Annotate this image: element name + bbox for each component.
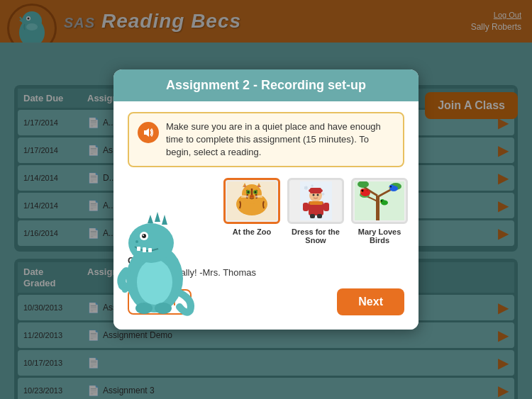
svg-point-19 [122, 287, 128, 293]
svg-rect-13 [143, 247, 146, 252]
reading-item-zoo[interactable]: At the Zoo [223, 178, 280, 245]
notice-box: Make sure you are in a quiet place and h… [128, 112, 404, 168]
svg-point-9 [142, 234, 146, 238]
reading-label-zoo: At the Zoo [233, 227, 271, 236]
svg-point-29 [250, 195, 254, 198]
svg-point-68 [380, 199, 384, 203]
svg-point-69 [381, 201, 382, 202]
svg-point-20 [135, 303, 153, 314]
svg-point-65 [390, 186, 392, 188]
notice-text: Make sure you are in a quiet place and h… [166, 120, 394, 159]
next-button[interactable]: Next [337, 288, 404, 315]
svg-text:❄: ❄ [304, 185, 309, 191]
svg-rect-51 [310, 214, 315, 218]
svg-text:❄: ❄ [311, 184, 314, 188]
dino-character [112, 193, 204, 321]
svg-rect-12 [137, 247, 140, 251]
modal-title: Assignment 2 - Recording set-up [166, 78, 366, 92]
svg-marker-16 [155, 212, 160, 222]
svg-rect-50 [323, 203, 329, 211]
reading-item-birds[interactable]: Mary Loves Birds [351, 178, 408, 245]
svg-point-64 [389, 185, 394, 190]
svg-rect-49 [303, 203, 309, 211]
svg-rect-45 [310, 188, 321, 193]
svg-marker-17 [162, 215, 167, 225]
birds-thumbnail-svg [355, 181, 404, 220]
modal-overlay: Assignment 2 - Recording set-up Make sur… [0, 0, 532, 399]
reading-thumbnail-birds[interactable] [351, 178, 408, 224]
reading-label-birds: Mary Loves Birds [351, 227, 408, 245]
svg-rect-52 [317, 214, 322, 218]
svg-point-26 [248, 191, 250, 193]
reading-thumbnail-zoo[interactable] [223, 178, 280, 224]
svg-point-28 [255, 191, 257, 193]
svg-rect-46 [309, 201, 323, 205]
modal-header: Assignment 2 - Recording set-up [113, 69, 419, 101]
speaker-icon [138, 122, 159, 143]
svg-rect-14 [148, 248, 152, 252]
svg-point-7 [128, 223, 174, 263]
readings-area: At the Zoo ❄ ❄ ❄ [223, 178, 408, 245]
svg-point-10 [143, 235, 144, 236]
snow-thumbnail-svg: ❄ ❄ ❄ [300, 181, 332, 220]
reading-item-snow[interactable]: ❄ ❄ ❄ [287, 178, 344, 245]
svg-rect-54 [376, 196, 379, 220]
svg-point-47 [312, 194, 314, 196]
svg-point-11 [135, 240, 138, 243]
reading-thumbnail-snow[interactable]: ❄ ❄ ❄ [287, 178, 344, 224]
svg-point-21 [155, 303, 172, 314]
zoo-thumbnail-svg [227, 181, 277, 220]
reading-label-snow: Dress for the Snow [287, 227, 344, 245]
svg-point-6 [137, 259, 172, 305]
svg-point-48 [316, 194, 318, 196]
dino-character-svg [112, 193, 197, 321]
svg-marker-15 [148, 215, 153, 223]
